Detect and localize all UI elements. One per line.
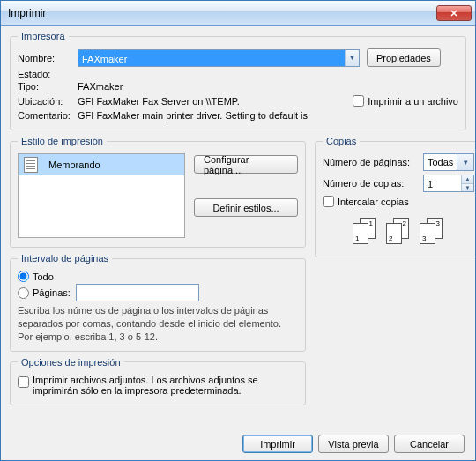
chevron-down-icon: ▼ — [457, 154, 473, 170]
range-hint: Escriba los números de página o los inte… — [18, 304, 298, 344]
cancel-button[interactable]: Cancelar — [394, 435, 465, 453]
range-pages-label: Páginas: — [33, 287, 71, 298]
printer-select-value: FAXmaker — [78, 50, 345, 66]
print-options-group: Opciones de impresión Imprimir archivos … — [10, 357, 306, 405]
print-to-file-label: Imprimir a un archivo — [368, 96, 458, 107]
printer-select[interactable]: FAXmaker ▼ — [78, 49, 360, 67]
num-copies-label: Número de copias: — [323, 178, 418, 189]
printer-type-label: Tipo: — [18, 81, 78, 92]
num-copies-input[interactable]: 1 ▲ ▼ — [423, 175, 474, 192]
printer-group: Impresora Nombre: FAXmaker ▼ Propiedades… — [10, 31, 466, 130]
range-pages-input[interactable] — [76, 284, 199, 301]
print-to-file-checkbox[interactable] — [353, 95, 364, 107]
collate-illustration: 11 22 33 — [323, 218, 474, 246]
window-title: Imprimir — [8, 7, 436, 19]
close-icon — [450, 10, 457, 17]
collate-label: Intercalar copias — [338, 197, 409, 207]
chevron-down-icon: ▼ — [345, 50, 359, 66]
style-item-label: Memorando — [48, 160, 100, 170]
titlebar[interactable]: Imprimir — [1, 1, 475, 26]
print-to-file-option[interactable]: Imprimir a un archivo — [353, 95, 458, 107]
spin-up-icon[interactable]: ▲ — [462, 175, 473, 184]
printer-name-label: Nombre: — [18, 53, 78, 63]
print-options-legend: Opciones de impresión — [18, 357, 124, 368]
page-setup-button[interactable]: Configurar página... — [194, 155, 298, 174]
print-attachments-label: Imprimir archivos adjuntos. Los archivos… — [33, 375, 279, 396]
page-range-legend: Intervalo de páginas — [18, 253, 112, 264]
print-button[interactable]: Imprimir — [242, 435, 313, 453]
print-style-group: Estilo de impresión Memorando Configurar… — [10, 136, 306, 248]
define-styles-button[interactable]: Definir estilos... — [194, 198, 298, 217]
printer-legend: Impresora — [18, 31, 69, 41]
list-item[interactable]: Memorando — [19, 154, 184, 175]
preview-button[interactable]: Vista previa — [318, 435, 389, 453]
print-dialog: Imprimir Impresora Nombre: FAXmaker ▼ Pr… — [0, 0, 476, 461]
print-style-legend: Estilo de impresión — [18, 136, 107, 146]
num-pages-select[interactable]: Todas ▼ — [423, 153, 474, 171]
range-all-label: Todo — [33, 271, 54, 282]
printer-type-value: FAXmaker — [78, 81, 123, 92]
range-all-option[interactable]: Todo — [18, 271, 298, 282]
range-pages-radio[interactable] — [18, 287, 29, 299]
memo-style-icon — [24, 157, 38, 173]
printer-comment-value: GFI FaxMaker main printer driver. Settin… — [78, 110, 308, 121]
print-attachments-checkbox[interactable] — [18, 376, 29, 388]
num-copies-value: 1 — [424, 175, 461, 191]
close-button[interactable] — [436, 5, 472, 21]
print-attachments-option[interactable]: Imprimir archivos adjuntos. Los archivos… — [18, 375, 298, 396]
page-range-group: Intervalo de páginas Todo Páginas: Escri… — [10, 253, 306, 352]
printer-state-label: Estado: — [18, 69, 78, 79]
collate-option[interactable]: Intercalar copias — [323, 196, 474, 207]
style-list[interactable]: Memorando — [18, 153, 185, 238]
printer-comment-label: Comentario: — [18, 110, 78, 121]
range-pages-option[interactable]: Páginas: — [18, 284, 298, 301]
copies-group: Copias Número de páginas: Todas ▼ Número… — [315, 136, 475, 257]
collate-checkbox[interactable] — [323, 196, 334, 207]
spin-down-icon[interactable]: ▼ — [462, 184, 473, 192]
range-all-radio[interactable] — [18, 271, 29, 282]
copies-legend: Copias — [323, 136, 360, 146]
printer-location-value: GFI FaxMaker Fax Server on \\TEMP. — [78, 96, 353, 107]
num-pages-value: Todas — [424, 157, 457, 167]
properties-button[interactable]: Propiedades — [367, 48, 441, 67]
printer-location-label: Ubicación: — [18, 96, 78, 107]
num-pages-label: Número de páginas: — [323, 157, 418, 167]
